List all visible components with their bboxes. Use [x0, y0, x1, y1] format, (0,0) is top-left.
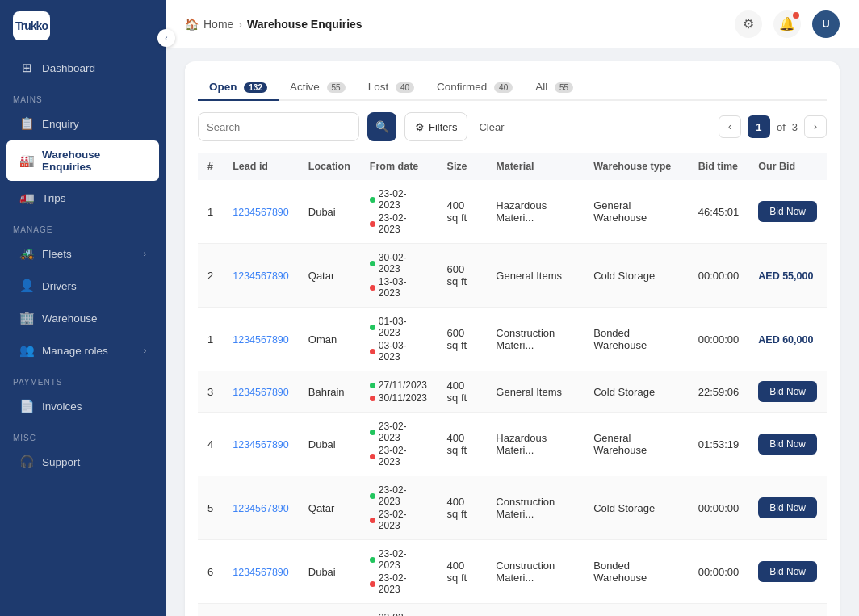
date-end: 30/11/2023 — [379, 392, 427, 404]
cell-from-date: 30-02-2023 13-03-2023 — [360, 244, 438, 308]
cell-our-bid: Bid Now — [748, 371, 827, 413]
bid-now-button[interactable]: Bid Now — [758, 201, 817, 222]
cell-location: Qatar — [299, 476, 360, 540]
sidebar-item-enquiry[interactable]: 📋 Enquiry — [6, 108, 159, 139]
sidebar-section-manage: MANAGE — [0, 214, 166, 237]
cell-bid-time: 00:00:00 — [689, 540, 749, 604]
tab-active[interactable]: Active 55 — [279, 74, 357, 101]
bid-placed-value: AED 60,000 — [758, 334, 813, 346]
cell-location: Dubai — [299, 413, 360, 476]
date-start: 23-02-2023 — [379, 421, 428, 443]
sidebar-item-drivers[interactable]: 👤 Drivers — [6, 270, 159, 301]
cell-warehouse-type: Bonded Warehouse — [584, 308, 688, 371]
cell-location: Bahrain — [299, 371, 360, 413]
notification-icon-button[interactable]: 🔔 — [773, 10, 801, 38]
filter-button[interactable]: ⚙ Filters — [404, 112, 467, 141]
cell-bid-time: 22:59:06 — [689, 371, 749, 413]
cell-location: Dubai — [299, 540, 360, 604]
date-start-dot — [370, 430, 375, 435]
date-end: 23-02-2023 — [379, 212, 428, 235]
sidebar-item-label: Manage roles — [42, 345, 108, 357]
table-row: 1 1234567890 Dubai 23-02-2023 23-02-2023… — [198, 180, 827, 244]
cell-location: Oman — [299, 308, 360, 371]
tab-lost-label: Lost — [368, 81, 389, 93]
warehouse-enquiries-icon: 🏭 — [19, 153, 34, 168]
filter-icon: ⚙ — [415, 121, 425, 133]
sidebar-item-fleets[interactable]: 🚜 Fleets › — [6, 238, 159, 269]
sidebar-item-dashboard[interactable]: ⊞ Dashboard — [6, 52, 159, 83]
tab-lost[interactable]: Lost 40 — [357, 74, 425, 101]
total-pages: 3 — [792, 121, 798, 133]
lead-id-link[interactable]: 1234567890 — [233, 387, 289, 398]
cell-from-date: 23-02-2023 23-02-2023 — [360, 476, 438, 540]
cell-size: 600 sq ft — [438, 244, 487, 308]
sidebar-item-label: Support — [42, 456, 80, 468]
lead-id-link[interactable]: 1234567890 — [233, 334, 289, 346]
lead-id-link[interactable]: 1234567890 — [233, 503, 289, 514]
bid-now-button[interactable]: Bid Now — [758, 434, 817, 455]
sidebar-item-warehouse[interactable]: 🏢 Warehouse — [6, 303, 159, 333]
chevron-right-icon: › — [144, 249, 146, 258]
chevron-right-icon: › — [144, 346, 146, 355]
tab-open[interactable]: Open 132 — [198, 74, 279, 101]
invoices-icon: 📄 — [19, 399, 34, 413]
date-end-dot — [370, 285, 375, 291]
col-from-date: From date — [360, 153, 438, 180]
sidebar-item-trips[interactable]: 🚛 Trips — [6, 182, 159, 213]
cell-num: 5 — [198, 476, 223, 540]
cell-size: 400 sq ft — [438, 371, 487, 413]
cell-lead-id: 1234567890 — [223, 244, 299, 308]
avatar[interactable]: U — [812, 10, 840, 38]
lead-id-link[interactable]: 1234567890 — [233, 270, 289, 282]
date-start: 01-03-2023 — [379, 316, 428, 338]
breadcrumb-home[interactable]: Home — [203, 18, 233, 31]
content-area: Open 132 Active 55 Lost 40 Confirmed 40 … — [166, 48, 859, 616]
prev-page-button[interactable]: ‹ — [719, 115, 741, 138]
search-button[interactable]: 🔍 — [367, 112, 396, 141]
sidebar-item-label: Trips — [42, 192, 66, 204]
cell-bid-time: 46:45:01 — [689, 180, 749, 244]
bid-now-button[interactable]: Bid Now — [758, 497, 817, 518]
cell-warehouse-type: Bonded Warehouse — [584, 540, 688, 604]
next-page-button[interactable]: › — [804, 115, 827, 138]
tab-confirmed[interactable]: Confirmed 40 — [425, 74, 524, 101]
cell-bid-time: 00:00:00 — [689, 604, 749, 617]
col-warehouse-type: Warehouse type — [584, 153, 688, 180]
cell-lead-id: 1234567890 — [223, 308, 299, 371]
date-end-dot — [370, 221, 375, 227]
cell-from-date: 23-02-2023 23-02-2023 — [360, 180, 438, 244]
sidebar-item-warehouse-enquiries[interactable]: 🏭 Warehouse Enquiries — [6, 140, 159, 181]
date-start: 27/11/2023 — [379, 379, 427, 391]
date-start-dot — [370, 325, 375, 330]
lead-id-link[interactable]: 1234567890 — [233, 207, 289, 218]
sidebar-item-support[interactable]: 🎧 Support — [6, 446, 159, 477]
cell-material: Construction Materi... — [486, 540, 584, 604]
drivers-icon: 👤 — [19, 279, 34, 293]
lead-id-link[interactable]: 1234567890 — [233, 567, 289, 578]
manage-roles-icon: 👥 — [19, 343, 34, 358]
current-page: 1 — [748, 115, 770, 138]
cell-our-bid: AED 55,000 — [748, 244, 827, 308]
date-start-dot — [370, 197, 375, 203]
search-input[interactable] — [207, 121, 350, 133]
date-start: 23-02-2023 — [379, 612, 428, 616]
tabs-bar: Open 132 Active 55 Lost 40 Confirmed 40 … — [198, 74, 827, 101]
date-start: 23-02-2023 — [379, 188, 428, 211]
tab-open-count: 132 — [244, 82, 267, 93]
sidebar-collapse-button[interactable]: ‹ — [157, 29, 175, 47]
sidebar-item-manage-roles[interactable]: 👥 Manage roles › — [6, 335, 159, 366]
tab-all[interactable]: All 55 — [524, 74, 585, 101]
cell-warehouse-type: Cold Storage — [584, 244, 688, 308]
cell-bid-time: 00:00:00 — [689, 244, 749, 308]
clear-button[interactable]: Clear — [476, 121, 507, 133]
bid-now-button[interactable]: Bid Now — [758, 381, 817, 402]
cell-from-date: 23-02-2023 23-02-2023 — [360, 413, 438, 476]
date-end-dot — [370, 581, 375, 587]
date-end: 13-03-2023 — [379, 276, 428, 299]
cell-lead-id: 1234567890 — [223, 604, 299, 617]
cell-material: Construction Materi... — [486, 308, 584, 371]
lead-id-link[interactable]: 1234567890 — [233, 439, 289, 450]
settings-icon-button[interactable]: ⚙ — [735, 10, 762, 38]
sidebar-item-invoices[interactable]: 📄 Invoices — [6, 391, 159, 421]
bid-now-button[interactable]: Bid Now — [758, 561, 817, 582]
